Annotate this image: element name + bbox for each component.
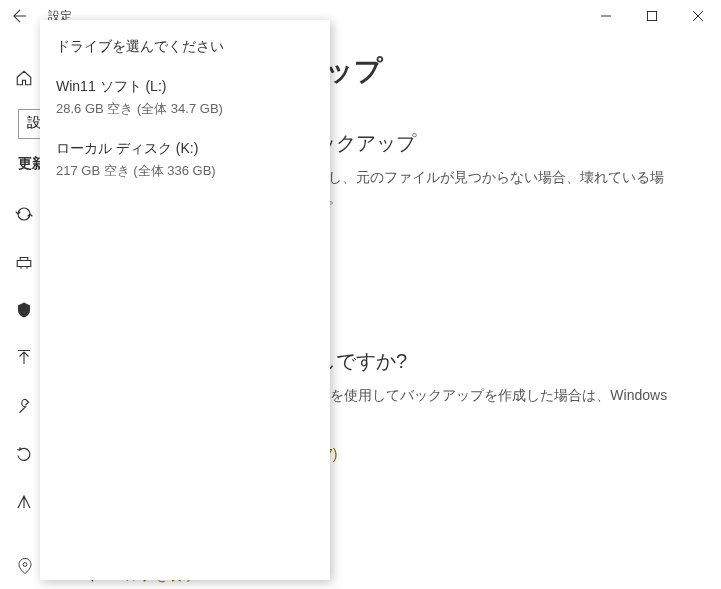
drive-sub: 28.6 GB 空き (全体 34.7 GB) [56,100,314,118]
svg-rect-1 [648,12,657,21]
back-button[interactable] [0,0,40,32]
sync-icon[interactable] [14,204,34,224]
arrow-up-icon[interactable] [14,348,34,368]
drive-sub: 217 GB 空き (全体 336 GB) [56,162,314,180]
drive-title: Win11 ソフト (L:) [56,78,314,96]
security-icon[interactable] [14,300,34,320]
recovery-icon[interactable] [14,444,34,464]
maximize-button[interactable] [629,0,675,32]
home-icon[interactable] [14,68,34,88]
maximize-icon [646,10,658,22]
activation-icon[interactable] [14,492,34,512]
drive-dropdown: ドライブを選んでください Win11 ソフト (L:) 28.6 GB 空き (… [40,20,330,580]
back-arrow-icon [13,9,27,23]
close-button[interactable] [675,0,721,32]
close-icon [692,10,704,22]
dropdown-header: ドライブを選んでください [56,38,314,56]
delivery-icon[interactable] [14,252,34,272]
minimize-button[interactable] [583,0,629,32]
svg-point-3 [23,563,27,567]
drive-option-0[interactable]: Win11 ソフト (L:) 28.6 GB 空き (全体 34.7 GB) [56,78,314,118]
find-device-icon [16,557,34,579]
minimize-icon [600,10,612,22]
drive-title: ローカル ディスク (K:) [56,140,314,158]
window-controls [583,0,721,32]
drive-option-1[interactable]: ローカル ディスク (K:) 217 GB 空き (全体 336 GB) [56,140,314,180]
troubleshoot-icon[interactable] [14,396,34,416]
